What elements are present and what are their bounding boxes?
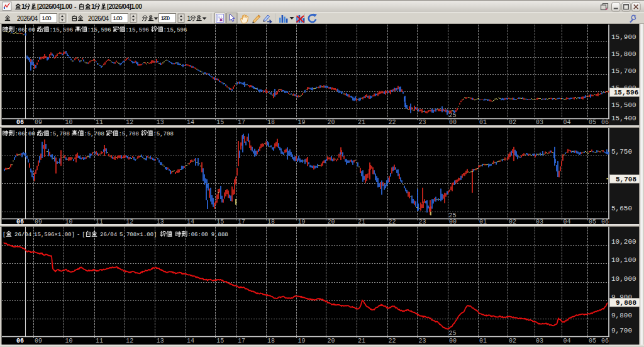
svg-text:09: 09 <box>35 338 42 344</box>
svg-text:06: 06 <box>16 119 24 126</box>
svg-text::15,596: :15,596 <box>87 27 111 33</box>
svg-text:-: - <box>74 3 77 10</box>
svg-text::06:00: :06:00 <box>187 232 208 238</box>
svg-text:9,700: 9,700 <box>611 327 632 334</box>
svg-text:9,888: 9,888 <box>616 299 636 307</box>
svg-text:03: 03 <box>536 338 543 344</box>
svg-text:22: 22 <box>388 338 396 344</box>
svg-text:12: 12 <box>126 119 133 126</box>
svg-text::5,708: :5,708 <box>84 131 104 137</box>
svg-text:05: 05 <box>589 119 596 126</box>
svg-text:10: 10 <box>65 338 73 344</box>
svg-text:13: 13 <box>157 338 164 344</box>
svg-text::5,708: :5,708 <box>118 131 138 137</box>
svg-text:11: 11 <box>96 119 103 126</box>
svg-text:5,650: 5,650 <box>611 205 632 212</box>
svg-text:04: 04 <box>564 119 571 126</box>
svg-text:22: 22 <box>388 119 396 126</box>
svg-text:[2026/04]1.00: [2026/04]1.00 <box>37 3 72 10</box>
svg-text:[: [ <box>82 232 85 238</box>
svg-text:12: 12 <box>126 338 133 344</box>
svg-text::06:00: :06:00 <box>14 131 35 137</box>
svg-text:9,800: 9,800 <box>611 312 632 319</box>
svg-text:18: 18 <box>267 119 275 126</box>
svg-text:[2026/04]1.00: [2026/04]1.00 <box>107 3 142 10</box>
svg-text:14: 14 <box>187 338 194 344</box>
svg-text:00: 00 <box>449 119 457 126</box>
svg-text:1.00: 1.00 <box>113 14 123 21</box>
svg-text:2026/04: 2026/04 <box>17 15 38 22</box>
svg-text:18: 18 <box>267 338 275 344</box>
svg-text:02: 02 <box>509 338 516 344</box>
svg-text:[: [ <box>3 232 6 238</box>
svg-text:1200: 1200 <box>161 14 170 21</box>
svg-text:10: 10 <box>65 119 73 126</box>
svg-text::15,596: :15,596 <box>164 27 187 33</box>
svg-text:11: 11 <box>96 338 103 344</box>
svg-text:26/04: 26/04 <box>100 232 117 238</box>
svg-text:1: 1 <box>187 15 191 22</box>
svg-text:5,708×1.00]: 5,708×1.00] <box>119 232 157 238</box>
svg-text:06: 06 <box>601 338 609 344</box>
svg-text:21: 21 <box>358 119 365 126</box>
svg-text::5,708: :5,708 <box>153 131 173 137</box>
svg-text:14: 14 <box>187 119 194 126</box>
svg-text:23: 23 <box>418 119 426 126</box>
svg-text:15,596×1.00]: 15,596×1.00] <box>34 232 75 238</box>
svg-text:1.00: 1.00 <box>42 14 52 21</box>
svg-text:15,800: 15,800 <box>611 50 636 58</box>
svg-text:9,888: 9,888 <box>211 232 228 238</box>
svg-text:15,596: 15,596 <box>614 89 639 96</box>
svg-text:15: 15 <box>216 119 224 126</box>
svg-text::15,596: :15,596 <box>125 27 149 33</box>
svg-text:25: 25 <box>449 330 457 337</box>
svg-text:06: 06 <box>16 338 24 344</box>
svg-text::5,708: :5,708 <box>49 131 69 137</box>
svg-text:02: 02 <box>509 119 516 126</box>
svg-text:19: 19 <box>298 338 306 344</box>
svg-text:10,000: 10,000 <box>611 275 636 283</box>
svg-text:20: 20 <box>327 338 335 344</box>
svg-text:05: 05 <box>589 338 596 344</box>
svg-text:25: 25 <box>449 212 457 219</box>
svg-text:10,100: 10,100 <box>611 256 636 264</box>
svg-text:5,708: 5,708 <box>616 176 636 183</box>
svg-text:10,200: 10,200 <box>611 238 636 246</box>
svg-text:15,900: 15,900 <box>611 33 636 41</box>
svg-text::15,596: :15,596 <box>49 27 73 33</box>
svg-text:03: 03 <box>536 119 543 126</box>
svg-text:23: 23 <box>418 338 426 344</box>
svg-text:09: 09 <box>35 119 42 126</box>
svg-text:15,500: 15,500 <box>611 101 636 109</box>
svg-text:21: 21 <box>358 338 365 344</box>
svg-text:15,700: 15,700 <box>611 67 636 75</box>
svg-text:19: 19 <box>298 119 306 126</box>
svg-text:20: 20 <box>327 119 335 126</box>
svg-text:04: 04 <box>564 338 571 344</box>
svg-text::06:00: :06:00 <box>14 27 35 33</box>
svg-text:17: 17 <box>238 338 245 344</box>
svg-text:13: 13 <box>157 119 164 126</box>
svg-text:17: 17 <box>238 119 245 126</box>
svg-text:00: 00 <box>449 338 457 344</box>
svg-text:01: 01 <box>479 338 487 344</box>
svg-text:-: - <box>77 232 80 238</box>
svg-text:06: 06 <box>601 119 609 126</box>
svg-text:15: 15 <box>216 338 224 344</box>
svg-text:01: 01 <box>479 119 487 126</box>
svg-text:5,750: 5,750 <box>611 148 632 156</box>
svg-text:15,400: 15,400 <box>611 115 636 122</box>
svg-text:26/04: 26/04 <box>14 232 31 238</box>
svg-text:2026/04: 2026/04 <box>88 15 109 22</box>
